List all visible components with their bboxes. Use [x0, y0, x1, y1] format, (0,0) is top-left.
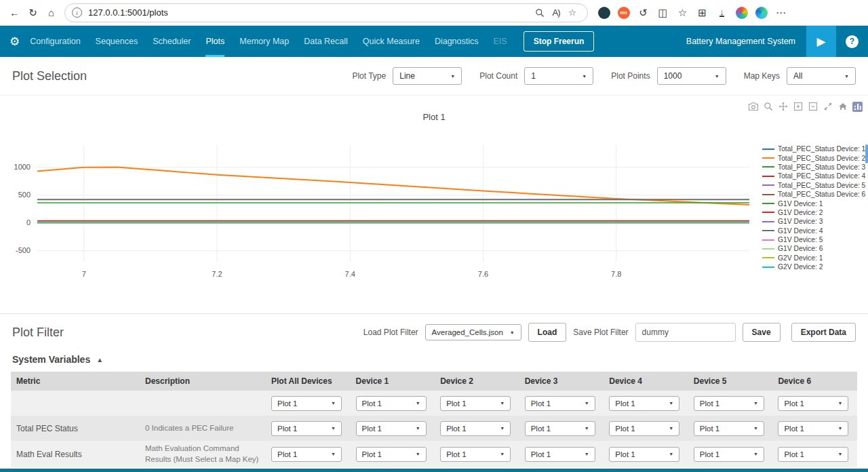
profile-avatar[interactable] [732, 3, 751, 22]
plot-type-select[interactable]: Line▼ [393, 67, 462, 85]
legend-item-total-pec-status-device-2[interactable]: Total_PEC_Status Device: 2 [762, 153, 865, 162]
legend-item-g2v-device-1[interactable]: G2V Device: 1 [762, 254, 865, 262]
history-icon[interactable]: ↺ [634, 3, 652, 22]
nav-item-diagnostics[interactable]: Diagnostics [435, 26, 479, 57]
chevron-down-icon: ▼ [500, 401, 505, 406]
plot-assign-select-row2-col0[interactable]: Plot 1▼ [271, 447, 342, 462]
run-play-button[interactable]: ▶ [806, 26, 836, 57]
plot-assign-select-row2-col4[interactable]: Plot 1▼ [609, 447, 679, 462]
plot-assign-select-row1-col6[interactable]: Plot 1▼ [778, 421, 848, 436]
x-tick-label: 7.6 [478, 270, 488, 278]
collections-icon[interactable]: ⊞ [693, 3, 711, 22]
legend-item-g1v-device-3[interactable]: G1V Device: 3 [762, 217, 865, 226]
plot-assign-select-row0-col0[interactable]: Plot 1▼ [271, 396, 342, 411]
map-keys-select[interactable]: All▼ [787, 67, 856, 85]
legend-item-total-pec-status-device-1[interactable]: Total_PEC_Status Device: 1 [762, 144, 865, 153]
plot-assign-select-row0-col4[interactable]: Plot 1▼ [609, 396, 679, 411]
stop-freerun-button[interactable]: Stop Freerun [524, 31, 595, 52]
legend-item-g1v-device-6[interactable]: G1V Device: 6 [762, 244, 865, 253]
plot-assign-select-row0-col2[interactable]: Plot 1▼ [440, 396, 511, 411]
plot-assign-select-row1-col4[interactable]: Plot 1▼ [609, 421, 679, 436]
plot-assign-select-row0-col5[interactable]: Plot 1▼ [694, 396, 764, 411]
split-screen-icon[interactable]: ◫ [654, 3, 672, 22]
extension-shield-icon[interactable] [595, 3, 613, 22]
legend-label: Total_PEC_Status Device: 3 [778, 163, 865, 171]
legend-item-g1v-device-5[interactable]: G1V Device: 5 [762, 235, 865, 244]
legend-item-total-pec-status-device-4[interactable]: Total_PEC_Status Device: 4 [762, 172, 865, 180]
plot-assign-select-row2-col1[interactable]: Plot 1▼ [356, 447, 427, 462]
selected-value: Plot 1 [615, 450, 635, 458]
nav-item-memory-map[interactable]: Memory Map [239, 26, 289, 57]
legend-swatch [762, 166, 774, 168]
nav-item-sequences[interactable]: Sequences [96, 26, 138, 57]
read-aloud-icon[interactable]: A) [548, 3, 564, 22]
system-variables-header[interactable]: System Variables ▲ [0, 346, 868, 372]
plot-filter-controls: Load Plot Filter Averaged_Cells.json ▼ L… [363, 323, 856, 342]
url-text[interactable]: 127.0.0.1:5001/plots [88, 7, 532, 18]
nav-item-scheduler[interactable]: Scheduler [153, 26, 191, 57]
legend-item-g1v-device-2[interactable]: G1V Device: 2 [762, 208, 865, 217]
more-menu-button[interactable]: ⋯ [772, 3, 790, 22]
load-button[interactable]: Load [528, 323, 567, 342]
selected-value: Plot 1 [446, 425, 466, 433]
legend-item-g1v-device-1[interactable]: G1V Device: 1 [762, 199, 865, 208]
nav-item-data-recall[interactable]: Data Recall [304, 26, 348, 57]
plot-assign-select-row2-col2[interactable]: Plot 1▼ [440, 447, 511, 462]
nav-item-configuration[interactable]: Configuration [30, 26, 80, 57]
nav-item-quick-measure[interactable]: Quick Measure [363, 26, 420, 57]
save-button[interactable]: Save [743, 323, 781, 342]
legend-item-g1v-device-4[interactable]: G1V Device: 4 [762, 227, 865, 235]
download-plot-camera-button[interactable] [747, 101, 760, 112]
zoom-out-button[interactable] [806, 101, 819, 112]
pan-mode-button[interactable] [776, 101, 789, 112]
zoom-in-button[interactable] [791, 101, 804, 112]
nav-item-plots[interactable]: Plots [205, 26, 224, 57]
autoscale-button[interactable] [821, 101, 834, 112]
downloads-icon[interactable]: ↓ [713, 3, 731, 22]
navbar-right: Battery Management System ▶ ? [686, 26, 868, 57]
plot-assign-select-row1-col2[interactable]: Plot 1▼ [440, 421, 511, 436]
plot-assign-select-row1-col0[interactable]: Plot 1▼ [271, 421, 342, 436]
address-bar[interactable]: i 127.0.0.1:5001/plots A) ☆ [64, 3, 588, 22]
back-button[interactable]: ← [5, 3, 24, 22]
plotly-logo-button[interactable] [851, 101, 864, 112]
legend-item-total-pec-status-device-6[interactable]: Total_PEC_Status Device: 6 [762, 190, 865, 199]
zoom-icon[interactable] [532, 3, 548, 22]
plot-assign-select-row0-col6[interactable]: Plot 1▼ [778, 396, 848, 411]
legend-item-g2v-device-2[interactable]: G2V Device: 2 [762, 262, 865, 271]
column-header-plot-all-devices: Plot All Devices [266, 372, 351, 391]
settings-gear-icon[interactable]: ⚙ [9, 35, 20, 49]
collapse-arrow-icon[interactable]: ▲ [96, 356, 103, 363]
edge-logo-icon[interactable] [752, 3, 770, 22]
refresh-button[interactable]: ↻ [24, 3, 42, 22]
plot-assign-select-row1-col5[interactable]: Plot 1▼ [694, 421, 764, 436]
help-button[interactable]: ? [846, 35, 859, 48]
plot-assign-select-row1-col3[interactable]: Plot 1▼ [525, 421, 595, 436]
reset-axes-button[interactable] [836, 101, 849, 112]
plot-assign-select-row2-col6[interactable]: Plot 1▼ [778, 447, 848, 462]
export-data-button[interactable]: Export Data [791, 323, 856, 342]
zoom-mode-button[interactable] [762, 101, 774, 112]
legend-scrollbar[interactable] [865, 144, 868, 163]
nav-item-eis[interactable]: EIS [494, 26, 507, 57]
site-info-icon[interactable]: i [72, 7, 82, 18]
plot-points-select[interactable]: 1000▼ [657, 67, 726, 85]
save-filter-name-input[interactable] [635, 323, 736, 342]
home-button[interactable]: ⌂ [42, 3, 60, 22]
assignment-cell: Plot 1▼ [351, 416, 435, 441]
extension-monica-icon[interactable]: mo [614, 3, 633, 22]
plot-assign-select-row2-col3[interactable]: Plot 1▼ [525, 447, 595, 462]
plot-type-label: Plot Type [352, 71, 386, 81]
plot-filter-title: Plot Filter [12, 326, 64, 340]
favorites-icon[interactable]: ☆ [673, 3, 692, 22]
plot-assign-select-row2-col5[interactable]: Plot 1▼ [694, 447, 764, 462]
plot-assign-select-row0-col1[interactable]: Plot 1▼ [356, 396, 427, 411]
legend-item-total-pec-status-device-3[interactable]: Total_PEC_Status Device: 3 [762, 163, 865, 172]
plot-assign-select-row0-col3[interactable]: Plot 1▼ [525, 396, 595, 411]
favorite-star-icon[interactable]: ☆ [564, 3, 580, 22]
legend-item-total-pec-status-device-5[interactable]: Total_PEC_Status Device: 5 [762, 181, 865, 190]
plot-assign-select-row1-col1[interactable]: Plot 1▼ [356, 421, 427, 436]
plot-count-select[interactable]: 1▼ [524, 67, 593, 85]
load-plot-filter-select[interactable]: Averaged_Cells.json ▼ [425, 324, 521, 340]
plot-canvas[interactable]: -5000500100077.27.47.67.8 [0, 96, 760, 313]
